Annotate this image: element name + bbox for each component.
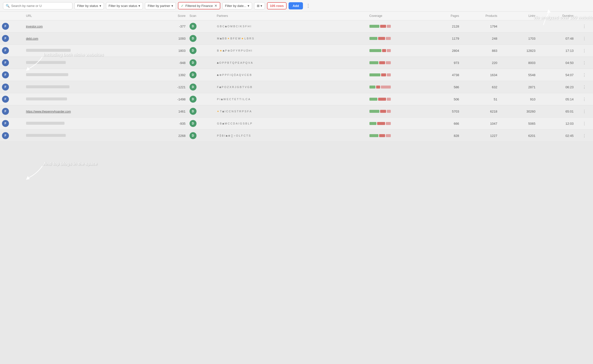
filter-scan-button[interactable]: Filter by scan status ▾ <box>106 2 143 9</box>
links-cell: 5065 <box>499 118 537 130</box>
url-link[interactable]: https://www.thepennyhoarder.com <box>26 110 71 113</box>
url-cell[interactable] <box>24 93 155 105</box>
avatar: F <box>2 35 9 42</box>
chevron-down-icon: ▾ <box>171 4 173 8</box>
coverage-bar-container <box>369 61 421 65</box>
url-blurred <box>26 122 65 125</box>
more-options-button[interactable]: ⋮ <box>305 2 311 9</box>
coverage-bar-container <box>369 73 421 77</box>
coverage-bar <box>369 61 378 64</box>
score-cell: 2268 <box>155 130 188 142</box>
coverage-cell <box>367 57 423 69</box>
avatar: F <box>2 84 9 91</box>
coverage-bar <box>386 61 391 64</box>
links-cell: 6201 <box>499 130 537 142</box>
row-more-button[interactable]: ⋮ <box>576 105 593 118</box>
chevron-down-icon: ▾ <box>138 4 140 8</box>
row-more-button[interactable]: ⋮ <box>576 118 593 130</box>
coverage-cell <box>367 69 423 81</box>
coverage-bar <box>369 98 377 101</box>
url-cell[interactable] <box>24 81 155 93</box>
scan-badge: D <box>190 120 197 127</box>
coverage-bar <box>387 49 391 52</box>
url-cell[interactable] <box>24 45 155 57</box>
partners-cell: a⊕PPFIQ₿AQVCEB <box>215 69 367 81</box>
col-header-partners: Partners <box>215 12 367 20</box>
products-cell: 883 <box>461 45 499 57</box>
filter-partner-label: Filter by partner <box>148 4 170 8</box>
row-more-button[interactable]: ⋮ <box>576 57 593 69</box>
row-more-button[interactable]: ⋮ <box>576 93 593 105</box>
search-input[interactable] <box>11 4 70 8</box>
url-blurred <box>26 49 71 52</box>
coverage-bar <box>380 25 386 28</box>
products-cell: 248 <box>461 32 499 45</box>
url-cell[interactable] <box>24 118 155 130</box>
pages-cell: 2128 <box>423 20 461 32</box>
coverage-bar-container <box>369 85 421 89</box>
filter-status-button[interactable]: Filter by status ▾ <box>74 2 104 9</box>
toolbar: 🔍 Filter by status ▾ Filter by scan stat… <box>0 0 593 12</box>
products-cell: 220 <box>461 57 499 69</box>
duration-cell: 54:07 <box>537 69 576 81</box>
url-cell[interactable]: https://www.thepennyhoarder.com <box>24 105 155 118</box>
url-cell[interactable] <box>24 69 155 81</box>
score-cell: -935 <box>155 118 188 130</box>
col-header-duration: Duration <box>537 12 576 20</box>
links-cell: 1703 <box>499 32 537 45</box>
url-cell[interactable] <box>24 57 155 69</box>
links-cell: 12823 <box>499 45 537 57</box>
coverage-bar <box>369 37 377 40</box>
filter-date-label: Filter by date... <box>225 4 246 8</box>
partners-cell: aOPPBTQPEAPQVA <box>215 57 367 69</box>
coverage-bar <box>387 73 391 76</box>
products-cell: 1227 <box>461 130 499 142</box>
search-icon: 🔍 <box>6 4 10 8</box>
row-more-button[interactable]: ⋮ <box>576 130 593 142</box>
columns-button[interactable]: ⊞ ▾ <box>254 2 265 9</box>
avatar-cell: F <box>0 130 24 142</box>
pages-cell: 5703 <box>423 105 461 118</box>
row-more-button[interactable]: ⋮ <box>576 32 593 45</box>
avatar-cell: F <box>0 93 24 105</box>
close-icon[interactable]: ✕ <box>214 4 217 8</box>
url-cell[interactable] <box>24 130 155 142</box>
url-cell[interactable]: investor.com <box>24 20 155 32</box>
scan-badge: D <box>190 71 197 78</box>
url-link[interactable]: debt.com <box>26 37 38 40</box>
avatar-cell: F <box>0 32 24 45</box>
avatar: F <box>2 71 9 78</box>
pages-cell: 973 <box>423 57 461 69</box>
duration-cell: 07:48 <box>537 32 576 45</box>
coverage-bar <box>381 73 386 76</box>
search-box[interactable]: 🔍 <box>3 2 72 9</box>
url-cell[interactable]: debt.com <box>24 32 155 45</box>
svg-marker-1 <box>26 176 30 180</box>
row-more-button[interactable]: ⋮ <box>576 45 593 57</box>
pages-cell: 1179 <box>423 32 461 45</box>
row-more-button[interactable]: ⋮ <box>576 81 593 93</box>
url-blurred <box>26 97 67 100</box>
coverage-bar-container <box>369 109 421 114</box>
filter-partner-button[interactable]: Filter by partner ▾ <box>145 2 176 9</box>
pages-cell: 506 <box>423 93 461 105</box>
coverage-bar <box>369 134 378 137</box>
row-more-button[interactable]: ⋮ <box>576 20 593 32</box>
url-blurred <box>26 73 68 76</box>
add-button[interactable]: Add <box>289 2 303 9</box>
scan-badge: D <box>190 47 197 54</box>
filter-finance-active[interactable]: ✓ Filtered by Finance ✕ <box>178 2 220 9</box>
url-blurred <box>26 134 66 137</box>
url-link[interactable]: investor.com <box>26 25 43 28</box>
row-more-button[interactable]: ⋮ <box>576 69 593 81</box>
coverage-bar <box>376 86 380 89</box>
coverage-bar <box>369 86 375 89</box>
duration-cell: 65:01 <box>537 105 576 118</box>
avatar-cell: F <box>0 69 24 81</box>
avatar: F <box>2 108 9 115</box>
links-cell <box>499 20 537 32</box>
coverage-bar <box>379 134 385 137</box>
filter-date-button[interactable]: Filter by date... ▾ <box>222 2 252 9</box>
products-cell: 1794 <box>461 20 499 32</box>
scan-cell: D <box>188 130 215 142</box>
